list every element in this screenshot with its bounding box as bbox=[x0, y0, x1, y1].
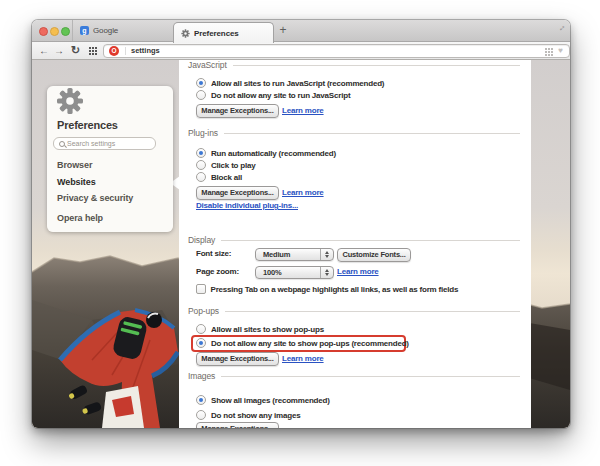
back-button[interactable]: ← bbox=[39, 42, 49, 59]
radio-option: Do not show any images bbox=[196, 409, 300, 421]
manage-exceptions-button[interactable]: Manage Exceptions... bbox=[196, 186, 279, 200]
select-stepper-icon bbox=[320, 267, 333, 278]
radio-option: Do not allow any site to show pop-ups (r… bbox=[196, 337, 409, 349]
fullscreen-icon[interactable]: ↔ bbox=[555, 21, 568, 34]
search-placeholder: Search settings bbox=[67, 138, 115, 149]
tab-preferences-label: Preferences bbox=[194, 29, 239, 38]
radio-button[interactable] bbox=[196, 160, 206, 170]
window-controls bbox=[39, 27, 70, 36]
option-label: Allow all sites to show pop-ups bbox=[211, 325, 324, 334]
learn-more-link[interactable]: Learn more bbox=[282, 186, 324, 199]
radio-button[interactable] bbox=[196, 172, 206, 182]
address-grid-icon[interactable] bbox=[545, 48, 547, 50]
radio-option: Run automatically (recommended) bbox=[196, 147, 336, 159]
learn-more-link[interactable]: Learn more bbox=[282, 104, 324, 117]
sidebar-title: Preferences bbox=[57, 119, 118, 131]
manage-exceptions-button[interactable]: Manage Exceptions... bbox=[196, 104, 279, 118]
option-label: Allow all sites to run JavaScript (recom… bbox=[211, 79, 384, 88]
option-label: Do not show any images bbox=[211, 411, 300, 420]
tab-bar: g Google Preferences + ↔ bbox=[32, 20, 570, 42]
radio-button[interactable] bbox=[196, 148, 206, 158]
new-tab-button[interactable]: + bbox=[275, 20, 291, 41]
screenshot-canvas: g Google Preferences + ↔ bbox=[0, 0, 600, 466]
font-size-label: Font size: bbox=[196, 248, 231, 260]
search-icon bbox=[59, 141, 65, 147]
radio-button[interactable] bbox=[196, 324, 206, 334]
radio-button[interactable] bbox=[196, 338, 206, 348]
option-label: Pressing Tab on a webpage highlights all… bbox=[211, 285, 459, 294]
page-content: JavaScript Allow all sites to run JavaSc… bbox=[32, 60, 570, 428]
section-javascript-header: JavaScript bbox=[188, 60, 520, 70]
section-display-header: Display bbox=[188, 235, 520, 245]
radio-option: Allow all sites to run JavaScript (recom… bbox=[196, 77, 384, 89]
learn-more-link[interactable]: Learn more bbox=[282, 352, 324, 365]
gear-icon bbox=[56, 87, 84, 115]
checkbox-option: Pressing Tab on a webpage highlights all… bbox=[196, 283, 458, 295]
learn-more-link[interactable]: Learn more bbox=[337, 265, 379, 278]
reload-button[interactable]: ↻ bbox=[71, 42, 80, 59]
customize-fonts-button[interactable]: Customize Fonts... bbox=[337, 248, 411, 262]
radio-button[interactable] bbox=[196, 78, 206, 88]
option-label: Block all bbox=[211, 173, 242, 182]
option-label: Do not allow any site to show pop-ups (r… bbox=[211, 339, 409, 348]
search-settings-input[interactable]: Search settings bbox=[53, 137, 156, 150]
zoom-window-button[interactable] bbox=[61, 27, 70, 36]
minimize-window-button[interactable] bbox=[50, 27, 59, 36]
page-zoom-select[interactable]: 100% bbox=[255, 266, 334, 279]
option-label: Click to play bbox=[211, 161, 256, 170]
google-favicon-icon: g bbox=[80, 26, 89, 35]
address-separator bbox=[125, 47, 126, 55]
section-popups-header: Pop-ups bbox=[188, 306, 520, 316]
preferences-sidebar: Preferences Search settings Browser Webs… bbox=[47, 86, 173, 232]
gear-icon bbox=[181, 29, 190, 38]
page-zoom-label: Page zoom: bbox=[196, 266, 239, 278]
section-plugins-header: Plug-ins bbox=[188, 128, 520, 138]
sidebar-item-websites[interactable]: Websites bbox=[57, 176, 96, 188]
forward-button[interactable]: → bbox=[54, 42, 64, 59]
tab-highlight-checkbox[interactable] bbox=[196, 284, 206, 294]
radio-option: Click to play bbox=[196, 159, 256, 171]
option-label: Show all images (recommended) bbox=[211, 396, 330, 405]
option-label: Do not allow any site to run JavaScript bbox=[211, 91, 350, 100]
opera-badge-icon: O bbox=[109, 46, 119, 56]
radio-button[interactable] bbox=[196, 395, 206, 405]
tab-google[interactable]: g Google bbox=[72, 20, 174, 41]
select-stepper-icon bbox=[320, 249, 333, 260]
radio-option: Show all images (recommended) bbox=[196, 394, 330, 406]
disable-plugins-link[interactable]: Disable individual plug-ins... bbox=[196, 199, 298, 212]
address-bar[interactable]: O settings ♥ bbox=[103, 44, 570, 58]
radio-option: Do not allow any site to run JavaScript bbox=[196, 89, 350, 101]
sidebar-item-privacy-security[interactable]: Privacy & security bbox=[57, 192, 133, 204]
speed-dial-icon[interactable] bbox=[89, 47, 91, 49]
bookmark-heart-icon[interactable]: ♥ bbox=[558, 45, 563, 57]
tab-google-label: Google bbox=[93, 26, 118, 35]
option-label: Run automatically (recommended) bbox=[211, 149, 336, 158]
radio-option: Allow all sites to show pop-ups bbox=[196, 323, 324, 335]
close-window-button[interactable] bbox=[39, 27, 48, 36]
radio-button[interactable] bbox=[196, 410, 206, 420]
manage-exceptions-button[interactable]: Manage Exceptions... bbox=[196, 352, 279, 366]
settings-panel: JavaScript Allow all sites to run JavaSc… bbox=[179, 60, 531, 428]
radio-button[interactable] bbox=[196, 90, 206, 100]
address-text[interactable]: settings bbox=[131, 45, 160, 57]
sidebar-item-browser[interactable]: Browser bbox=[57, 159, 92, 171]
sidebar-item-opera-help[interactable]: Opera help bbox=[57, 212, 103, 224]
tab-preferences[interactable]: Preferences bbox=[173, 22, 274, 43]
manage-exceptions-button[interactable]: Manage Exceptions... bbox=[196, 422, 279, 428]
browser-window: g Google Preferences + ↔ bbox=[32, 20, 570, 428]
section-images-header: Images bbox=[188, 371, 520, 381]
font-size-select[interactable]: Medium bbox=[255, 248, 334, 261]
radio-option: Block all bbox=[196, 171, 242, 183]
